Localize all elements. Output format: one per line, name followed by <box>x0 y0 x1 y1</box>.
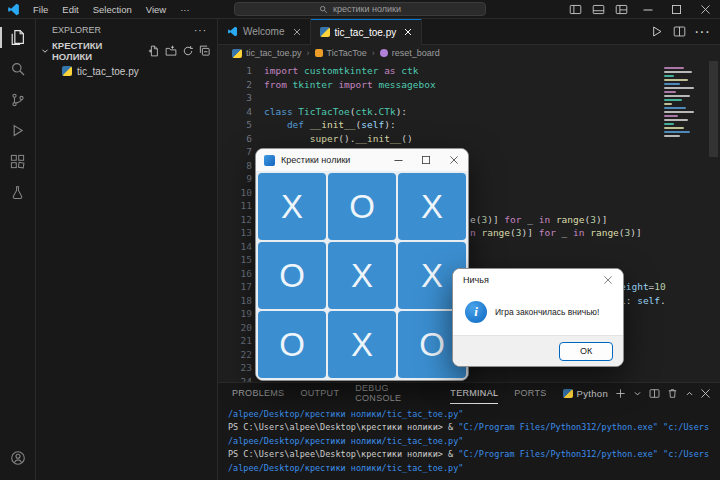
terminal-shell-selector[interactable]: Python <box>563 388 608 399</box>
python-file-icon <box>320 27 330 37</box>
python-file-icon <box>62 66 72 76</box>
customize-layout-icon[interactable] <box>610 0 633 19</box>
vscode-tab-icon <box>227 26 238 37</box>
menu-edit[interactable]: Edit <box>55 0 85 18</box>
editor-more-icon[interactable]: ··· <box>692 22 712 42</box>
refresh-icon[interactable] <box>180 43 196 59</box>
game-maximize-button[interactable] <box>412 149 440 171</box>
game-minimize-button[interactable] <box>384 149 412 171</box>
file-name: tic_tac_toe.py <box>77 66 139 77</box>
tic-tac-toe-window: Крестики нолики XOXOXXOXO <box>255 148 469 381</box>
breadcrumb-separator: › <box>372 48 375 58</box>
titlebar: File Edit Selection View ··· крестики но… <box>0 0 720 19</box>
class-symbol-icon <box>315 49 323 57</box>
board-cell[interactable]: X <box>328 311 396 378</box>
menu-file[interactable]: File <box>26 0 55 18</box>
panel-tab-debug-console[interactable]: DEBUG CONSOLE <box>355 383 434 404</box>
collapse-all-icon[interactable] <box>197 43 213 59</box>
toggle-sidebar-icon[interactable] <box>564 0 587 19</box>
panel-tab-terminal[interactable]: TERMINAL <box>450 383 498 404</box>
split-terminal-icon[interactable] <box>649 388 660 399</box>
game-close-button[interactable] <box>440 149 468 171</box>
run-debug-icon[interactable] <box>0 115 36 146</box>
maximize-button[interactable] <box>662 0 691 19</box>
menu-more[interactable]: ··· <box>173 0 197 18</box>
split-editor-icon[interactable] <box>669 22 689 42</box>
chevron-down-icon <box>40 46 50 56</box>
terminal-dropdown-icon[interactable] <box>633 389 642 398</box>
code-line: 2from tkinter import messagebox <box>218 78 720 92</box>
tab-tic-tac-toe[interactable]: tic_tac_toe.py <box>311 19 423 45</box>
minimize-button[interactable] <box>633 0 662 19</box>
dialog-close-button[interactable] <box>593 269 623 291</box>
draw-dialog: Ничья i Игра закончилась вничью! ОК <box>452 268 624 367</box>
close-tab-icon[interactable] <box>293 28 301 36</box>
new-file-icon[interactable] <box>146 43 162 59</box>
menu-selection[interactable]: Selection <box>86 0 139 18</box>
file-item-tic-tac-toe[interactable]: tic_tac_toe.py <box>36 61 217 81</box>
kill-terminal-trash-icon[interactable] <box>667 388 678 399</box>
search-sidebar-icon[interactable] <box>0 53 36 84</box>
python-shell-icon <box>563 389 573 398</box>
explorer-more-icon[interactable]: ··· <box>194 25 207 36</box>
menu-view[interactable]: View <box>139 0 173 18</box>
board: XOXOXXOXO <box>256 171 468 380</box>
folder-section-label: КРЕСТИКИ НОЛИКИ <box>52 40 144 62</box>
ok-button[interactable]: ОК <box>559 342 613 361</box>
game-titlebar[interactable]: Крестики нолики <box>256 149 468 171</box>
bottom-panel: PROBLEMS OUTPUT DEBUG CONSOLE TERMINAL P… <box>218 382 720 480</box>
extensions-icon[interactable] <box>0 146 36 177</box>
toggle-panel-icon[interactable] <box>587 0 610 19</box>
maximize-panel-icon[interactable] <box>685 389 694 398</box>
folder-section-крестики-нолики[interactable]: КРЕСТИКИ НОЛИКИ <box>36 41 217 61</box>
testing-flask-icon[interactable] <box>0 177 36 208</box>
breadcrumb-file[interactable]: tic_tac_toe.py <box>232 48 302 58</box>
info-icon: i <box>465 301 487 323</box>
tab-label: Welcome <box>243 26 285 37</box>
search-icon <box>319 5 328 14</box>
board-cell[interactable]: O <box>258 311 326 378</box>
breadcrumb-class[interactable]: TicTacToe <box>315 48 367 58</box>
breadcrumb-method[interactable]: reset_board <box>380 48 440 58</box>
panel-tab-ports[interactable]: PORTS <box>514 383 546 404</box>
terminal-line: PS C:\Users\alpee\Desktop\крестики нолик… <box>228 448 720 461</box>
breadcrumb: tic_tac_toe.py › TicTacToe › reset_board <box>218 45 720 61</box>
board-cell[interactable]: O <box>328 173 396 240</box>
dialog-title: Ничья <box>463 275 489 285</box>
panel-tab-problems[interactable]: PROBLEMS <box>232 383 284 404</box>
source-control-icon[interactable] <box>0 84 36 115</box>
minimap[interactable] <box>660 65 704 137</box>
code-line: 3 <box>218 91 720 105</box>
explorer-title: EXPLORER <box>52 25 101 35</box>
board-cell[interactable]: O <box>258 242 326 309</box>
activity-bar <box>0 19 36 480</box>
new-terminal-icon[interactable] <box>615 388 626 399</box>
python-file-icon <box>232 49 242 58</box>
editor-scrollbar[interactable] <box>707 61 720 382</box>
terminal-line: PS C:\Users\alpee\Desktop\крестики нолик… <box>228 421 720 434</box>
panel-tab-output[interactable]: OUTPUT <box>300 383 339 404</box>
terminal-line: /alpee/Desktop/крестики нолики/tic_tac_t… <box>228 435 720 448</box>
explorer-icon[interactable] <box>0 22 36 53</box>
close-button[interactable] <box>691 0 720 19</box>
run-file-icon[interactable] <box>646 22 666 42</box>
close-tab-icon[interactable] <box>404 28 412 36</box>
terminal-line: /alpee/Desktop/крестики нолики/tic_tac_t… <box>228 408 720 421</box>
new-folder-icon[interactable] <box>163 43 179 59</box>
code-line: 6 super().__init__() <box>218 132 720 146</box>
close-panel-icon[interactable] <box>701 389 710 398</box>
breadcrumb-separator: › <box>307 48 310 58</box>
board-cell[interactable]: X <box>258 173 326 240</box>
tab-welcome[interactable]: Welcome <box>218 19 311 44</box>
vscode-window: File Edit Selection View ··· крестики но… <box>0 0 720 480</box>
account-icon[interactable] <box>0 442 36 473</box>
game-app-icon <box>264 155 275 166</box>
command-center-search[interactable]: крестики нолики <box>234 2 486 16</box>
dialog-message: Игра закончилась вничью! <box>495 307 599 317</box>
board-cell[interactable]: X <box>398 173 466 240</box>
board-cell[interactable]: X <box>328 242 396 309</box>
dialog-titlebar[interactable]: Ничья <box>453 269 623 291</box>
method-symbol-icon <box>380 49 388 57</box>
search-text: крестики нолики <box>333 4 401 14</box>
terminal-output[interactable]: /alpee/Desktop/крестики нолики/tic_tac_t… <box>218 404 720 480</box>
